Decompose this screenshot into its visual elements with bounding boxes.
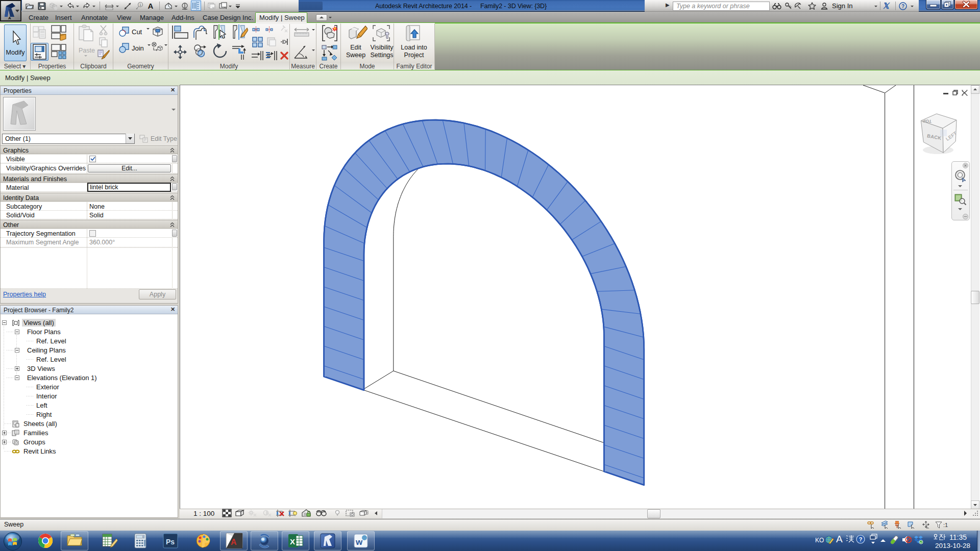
svg-text:?: ? [859,536,863,542]
svg-text:Ps: Ps [166,538,175,546]
svg-text::1: :1 [943,522,948,528]
svg-text:X: X [290,537,295,546]
svg-text:0: 0 [142,535,144,538]
svg-text:A: A [8,16,11,20]
svg-text:TOP: TOP [922,118,932,124]
svg-text:Modify: Modify [6,49,26,56]
svg-text:A: A [231,538,237,546]
svg-text:1: 1 [139,3,141,7]
svg-text:w: w [355,537,363,547]
svg-text:A: A [148,2,154,10]
svg-text:?: ? [901,4,904,9]
